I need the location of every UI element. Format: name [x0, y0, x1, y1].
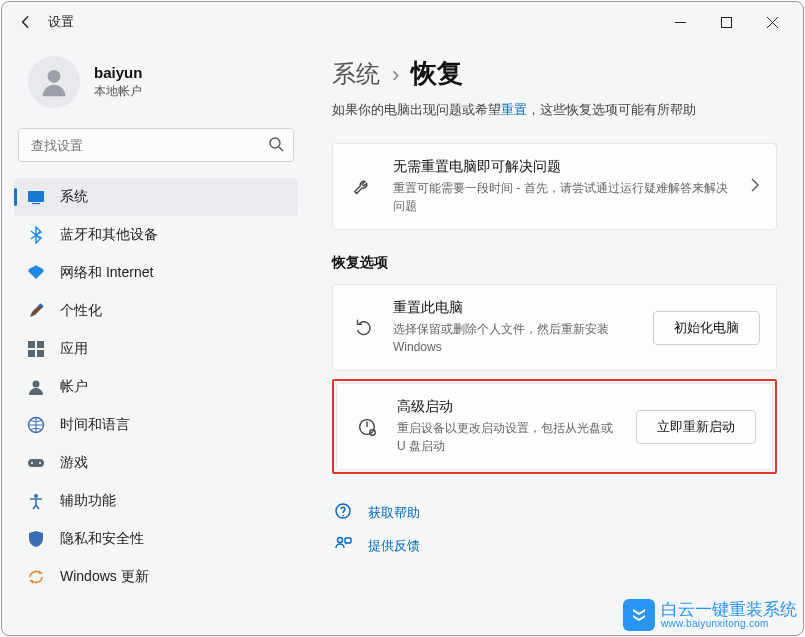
system-icon [26, 188, 46, 206]
link-label: 获取帮助 [368, 504, 420, 522]
svg-point-18 [342, 515, 344, 517]
wifi-icon [26, 264, 46, 282]
nav-gaming[interactable]: 游戏 [14, 444, 298, 482]
shield-icon [26, 530, 46, 548]
nav-label: 系统 [60, 188, 88, 206]
card-title: 重置此电脑 [393, 299, 637, 317]
profile-sub: 本地帐户 [94, 83, 142, 100]
nav-bluetooth[interactable]: 蓝牙和其他设备 [14, 216, 298, 254]
avatar [28, 56, 80, 108]
nav-label: 网络和 Internet [60, 264, 153, 282]
card-desc: 重启设备以更改启动设置，包括从光盘或 U 盘启动 [397, 419, 620, 455]
troubleshoot-card[interactable]: 无需重置电脑即可解决问题 重置可能需要一段时间 - 首先，请尝试通过运行疑难解答… [332, 143, 777, 230]
svg-rect-7 [28, 350, 35, 357]
nav-label: 游戏 [60, 454, 88, 472]
highlight-frame: 高级启动 重启设备以更改启动设置，包括从光盘或 U 盘启动 立即重新启动 [332, 379, 777, 474]
window-title: 设置 [48, 13, 74, 31]
main-content: 系统 › 恢复 如果你的电脑出现问题或希望重置，这些恢复选项可能有所帮助 无需重… [310, 42, 803, 635]
card-desc: 选择保留或删除个人文件，然后重新安装 Windows [393, 320, 637, 356]
nav-time-language[interactable]: 时间和语言 [14, 406, 298, 444]
give-feedback-link[interactable]: 提供反馈 [332, 529, 777, 562]
breadcrumb-parent[interactable]: 系统 [332, 58, 380, 90]
reset-link[interactable]: 重置 [501, 102, 527, 117]
svg-rect-0 [721, 17, 731, 27]
svg-point-14 [34, 494, 38, 498]
nav-accessibility[interactable]: 辅助功能 [14, 482, 298, 520]
card-title: 无需重置电脑即可解决问题 [393, 158, 734, 176]
nav-apps[interactable]: 应用 [14, 330, 298, 368]
nav-label: 辅助功能 [60, 492, 116, 510]
feedback-icon [334, 535, 354, 556]
get-help-link[interactable]: 获取帮助 [332, 496, 777, 529]
wrench-icon [349, 176, 377, 198]
svg-point-9 [33, 381, 40, 388]
search-input[interactable] [18, 128, 294, 162]
nav-label: 应用 [60, 340, 88, 358]
power-settings-icon [353, 416, 381, 438]
watermark-url: www.baiyunxitong.com [661, 618, 797, 629]
person-icon [26, 378, 46, 396]
update-icon [26, 568, 46, 586]
titlebar: 设置 [2, 2, 803, 42]
nav-privacy[interactable]: 隐私和安全性 [14, 520, 298, 558]
svg-point-13 [39, 462, 41, 464]
svg-point-12 [31, 462, 33, 464]
nav-windows-update[interactable]: Windows 更新 [14, 558, 298, 596]
nav-label: 隐私和安全性 [60, 530, 144, 548]
link-label: 提供反馈 [368, 537, 420, 555]
nav-network[interactable]: 网络和 Internet [14, 254, 298, 292]
profile-block[interactable]: baiyun 本地帐户 [14, 42, 298, 128]
back-button[interactable] [10, 6, 42, 38]
gamepad-icon [26, 454, 46, 472]
svg-point-1 [48, 70, 61, 83]
svg-point-2 [270, 138, 280, 148]
svg-rect-3 [28, 191, 44, 202]
svg-rect-8 [37, 350, 44, 357]
restart-now-button[interactable]: 立即重新启动 [636, 410, 756, 444]
breadcrumb: 系统 › 恢复 [332, 56, 777, 91]
maximize-button[interactable] [703, 6, 749, 38]
svg-rect-20 [345, 538, 351, 543]
watermark-title: 白云一键重装系统 [661, 601, 797, 619]
svg-point-19 [338, 538, 343, 543]
svg-rect-5 [28, 341, 35, 348]
minimize-button[interactable] [657, 6, 703, 38]
card-title: 高级启动 [397, 398, 620, 416]
svg-rect-4 [32, 203, 40, 204]
intro-text: 如果你的电脑出现问题或希望重置，这些恢复选项可能有所帮助 [332, 101, 777, 119]
nav-label: 蓝牙和其他设备 [60, 226, 158, 244]
svg-rect-6 [37, 341, 44, 348]
settings-window: 设置 baiyun 本地帐户 [1, 1, 804, 636]
svg-rect-11 [28, 459, 44, 467]
card-desc: 重置可能需要一段时间 - 首先，请尝试通过运行疑难解答来解决问题 [393, 179, 734, 215]
nav-label: Windows 更新 [60, 568, 149, 586]
nav-accounts[interactable]: 帐户 [14, 368, 298, 406]
nav-label: 时间和语言 [60, 416, 130, 434]
bluetooth-icon [26, 226, 46, 244]
nav-label: 帐户 [60, 378, 88, 396]
reset-icon [349, 317, 377, 339]
reset-pc-button[interactable]: 初始化电脑 [653, 311, 760, 345]
sidebar: baiyun 本地帐户 系统 蓝牙和其他设备 [2, 42, 310, 635]
globe-icon [26, 416, 46, 434]
breadcrumb-sep: › [392, 62, 399, 88]
watermark: 白云一键重装系统 www.baiyunxitong.com [623, 599, 797, 631]
nav-personalization[interactable]: 个性化 [14, 292, 298, 330]
search-icon [268, 136, 284, 156]
close-button[interactable] [749, 6, 795, 38]
profile-name: baiyun [94, 64, 142, 81]
page-title: 恢复 [411, 56, 463, 91]
chevron-right-icon [750, 178, 760, 195]
section-title: 恢复选项 [332, 254, 777, 272]
apps-icon [26, 340, 46, 358]
brush-icon [26, 302, 46, 320]
help-icon [334, 502, 354, 523]
accessibility-icon [26, 492, 46, 510]
reset-pc-card: 重置此电脑 选择保留或删除个人文件，然后重新安装 Windows 初始化电脑 [332, 284, 777, 371]
advanced-startup-card: 高级启动 重启设备以更改启动设置，包括从光盘或 U 盘启动 立即重新启动 [336, 383, 773, 470]
nav-list: 系统 蓝牙和其他设备 网络和 Internet 个性化 应用 [14, 178, 298, 596]
watermark-logo [623, 599, 655, 631]
nav-system[interactable]: 系统 [14, 178, 298, 216]
nav-label: 个性化 [60, 302, 102, 320]
